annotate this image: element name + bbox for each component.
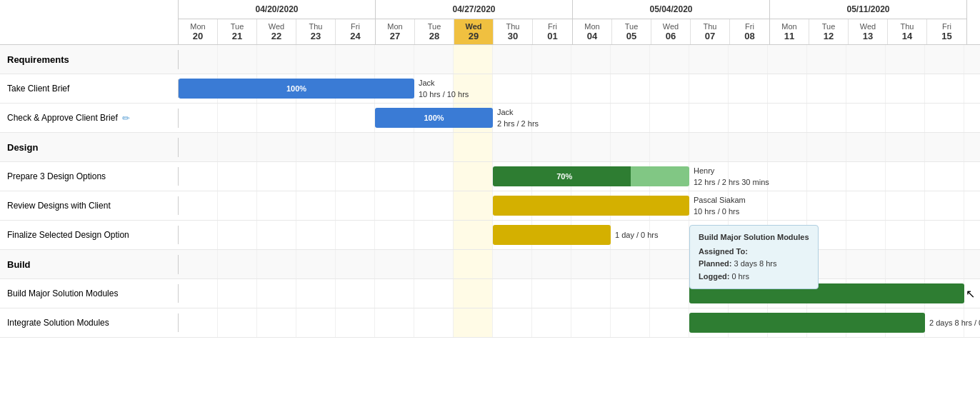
day-slot — [925, 162, 964, 191]
day-slot — [650, 133, 689, 161]
day-slot — [768, 104, 807, 132]
day-slot — [886, 162, 925, 191]
day-slot — [414, 133, 454, 161]
day-slot — [414, 162, 454, 191]
day-slot — [414, 191, 454, 220]
day-number: 11 — [770, 31, 809, 41]
day-slot — [454, 162, 493, 191]
day-slot — [611, 133, 650, 161]
day-slot — [729, 45, 768, 74]
day-slot — [846, 162, 886, 191]
task-label: Finalize Selected Design Option — [0, 226, 179, 244]
gantt-cells — [179, 45, 980, 74]
bar-outside-label: Henry12 hrs / 2 hrs 30 mins — [694, 165, 769, 189]
day-header-cell: Mon11 — [770, 19, 809, 44]
day-slot — [886, 104, 925, 132]
gantt-cells: Pascal Siakam10 hrs / 0 hrs — [179, 191, 980, 220]
day-slot — [336, 162, 375, 191]
day-slot — [218, 279, 257, 308]
day-name: Mon — [179, 22, 217, 31]
day-slot — [886, 133, 925, 161]
day-slot — [650, 45, 689, 74]
day-slot — [218, 104, 257, 132]
day-slot — [768, 162, 807, 191]
day-number: 24 — [336, 31, 375, 41]
day-slot — [179, 250, 218, 278]
day-slot — [886, 221, 925, 249]
day-slot — [846, 221, 886, 249]
day-slot — [571, 104, 611, 132]
day-name: Tue — [809, 22, 848, 31]
gantt-container: 04/20/2020Mon20Tue21Wed22Thu23Fri2404/27… — [0, 0, 980, 338]
day-slot — [925, 133, 964, 161]
day-name: Thu — [888, 22, 926, 31]
day-slot — [689, 104, 729, 132]
day-number: 07 — [691, 31, 729, 41]
day-slot — [218, 162, 257, 191]
day-header-cell: Thu23 — [296, 19, 336, 44]
day-number: 20 — [179, 31, 217, 41]
weeks-header: 04/20/2020Mon20Tue21Wed22Thu23Fri2404/27… — [179, 0, 980, 44]
tooltip-assigned: Assigned To: — [699, 246, 809, 258]
day-slot — [807, 162, 846, 191]
day-slot — [414, 308, 454, 337]
day-slot — [611, 104, 650, 132]
day-slot — [571, 133, 611, 161]
day-slot — [296, 221, 336, 249]
day-slot — [336, 250, 375, 278]
day-slot — [886, 74, 925, 103]
task-label: Check & Approve Client Brief✏ — [0, 109, 179, 128]
day-slot — [729, 133, 768, 161]
day-slot — [336, 279, 375, 308]
day-number: 06 — [651, 31, 690, 41]
bar-wrapper: 2 days 8 hrs / 0 hrs — [689, 312, 980, 333]
gantt-cells: 100%Jack10 hrs / 10 hrs — [179, 74, 980, 103]
gantt-cells: 70%Henry12 hrs / 2 hrs 30 mins — [179, 162, 980, 191]
day-slot — [571, 45, 611, 74]
day-slot — [925, 104, 964, 132]
bar-wrapper: Pascal Siakam10 hrs / 0 hrs — [493, 195, 746, 216]
day-number: 01 — [533, 31, 572, 41]
day-header-cell: Fri08 — [730, 19, 769, 44]
day-slot — [257, 279, 296, 308]
day-header-cell: Fri15 — [927, 19, 966, 44]
day-slot — [218, 191, 257, 220]
edit-icon[interactable]: ✏ — [122, 113, 130, 124]
week-title: 05/11/2020 — [770, 0, 966, 19]
section-label: Requirements — [0, 50, 179, 69]
bar-outside-label: Jack10 hrs / 10 hrs — [419, 77, 469, 101]
day-slot — [375, 133, 414, 161]
gantt-cells: 100%Jack2 hrs / 2 hrs — [179, 104, 980, 132]
day-number: 15 — [927, 31, 966, 41]
days-row: Mon27Tue28Wed29Thu30Fri01 — [376, 19, 572, 44]
day-slot — [807, 191, 846, 220]
day-slot — [650, 279, 689, 308]
day-header-cell: Mon04 — [573, 19, 612, 44]
day-name: Fri — [533, 22, 572, 31]
week-group: 04/20/2020Mon20Tue21Wed22Thu23Fri24 — [179, 0, 376, 44]
week-group: 05/11/2020Mon11Tue12Wed13Thu14Fri15 — [770, 0, 967, 44]
gantt-rows: RequirementsTake Client Brief100%Jack10 … — [0, 45, 980, 338]
day-slot — [846, 250, 886, 278]
day-slot — [257, 221, 296, 249]
day-number: 30 — [494, 31, 532, 41]
day-slot — [807, 45, 846, 74]
gantt-cells: 2 days 8 hrs / 0 hrs — [179, 308, 980, 337]
day-slot — [611, 308, 650, 337]
tooltip-title: Build Major Solution Modules — [699, 231, 809, 244]
day-name: Thu — [494, 22, 532, 31]
day-slot — [571, 308, 611, 337]
tooltip-planned: Planned: 3 days 8 hrs — [699, 258, 809, 271]
day-name: Wed — [454, 22, 493, 31]
day-number: 27 — [376, 31, 414, 41]
gantt-cells: 1 day / 0 hrsBuild Major Solution Module… — [179, 221, 980, 249]
day-slot — [925, 250, 964, 278]
day-number: 29 — [454, 31, 493, 41]
day-slot — [179, 279, 218, 308]
week-group: 05/04/2020Mon04Tue05Wed06Thu07Fri08 — [573, 0, 770, 44]
day-header-cell: Wed22 — [257, 19, 296, 44]
day-slot — [179, 133, 218, 161]
day-slot — [571, 279, 611, 308]
day-slot — [179, 221, 218, 249]
day-slot — [571, 250, 611, 278]
